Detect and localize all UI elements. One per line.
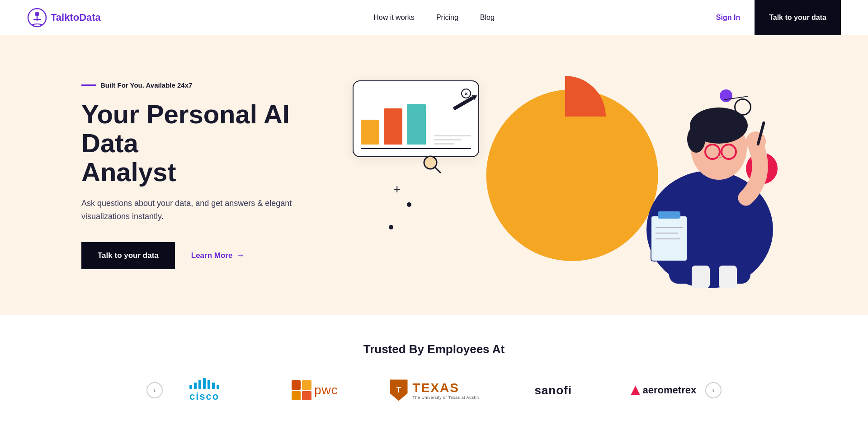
cisco-bar-7 bbox=[217, 385, 219, 389]
cisco-bar-5 bbox=[208, 380, 210, 389]
chart-title-bar: × bbox=[361, 89, 471, 98]
chart-line-3 bbox=[434, 143, 454, 145]
nav-blog[interactable]: Blog bbox=[480, 14, 495, 22]
trusted-logos: ‹ cisco bbox=[36, 378, 832, 402]
trusted-title: Trusted By Employees At bbox=[36, 342, 832, 356]
cisco-bar-2 bbox=[194, 383, 197, 389]
svg-text:T: T bbox=[396, 386, 401, 394]
logo-text: TalktoData bbox=[51, 12, 101, 23]
chart-bar-3 bbox=[407, 104, 425, 145]
navbar-cta-button[interactable]: Talk to your data bbox=[755, 0, 841, 35]
aerometrex-icon bbox=[631, 386, 640, 395]
pwc-sq-3 bbox=[292, 391, 301, 401]
orange-wedge bbox=[524, 76, 606, 157]
svg-point-16 bbox=[746, 131, 766, 151]
chart-bar-2 bbox=[384, 108, 402, 145]
hero-badge: Built For You. Available 24x7 bbox=[81, 81, 316, 89]
hero-content: Built For You. Available 24x7 Your Perso… bbox=[81, 81, 316, 269]
pwc-sq-4 bbox=[302, 391, 311, 401]
cisco-logo: cisco bbox=[168, 378, 241, 402]
chart-lines-group bbox=[430, 135, 471, 145]
logo-icon bbox=[27, 8, 47, 28]
svg-point-12 bbox=[687, 126, 705, 153]
aerometrex-logo: aerometrex bbox=[627, 384, 700, 396]
navbar: TalktoData How it works Pricing Blog Sig… bbox=[0, 0, 868, 35]
pwc-sq-1 bbox=[292, 380, 301, 390]
hero-description: Ask questions about your data, and get a… bbox=[81, 197, 298, 223]
cisco-bar-6 bbox=[212, 383, 215, 389]
pwc-sq-2 bbox=[302, 380, 311, 390]
signin-button[interactable]: Sign In bbox=[702, 14, 755, 22]
hero-actions: Talk to your data Learn More → bbox=[81, 242, 316, 269]
chart-line-2 bbox=[434, 139, 462, 140]
svg-rect-23 bbox=[692, 266, 710, 288]
sanofi-logo: sanofi bbox=[517, 383, 590, 397]
nav-how-it-works[interactable]: How it works bbox=[373, 14, 415, 22]
svg-line-7 bbox=[435, 167, 440, 173]
deco-circle-outline bbox=[734, 98, 751, 116]
deco-dot-1 bbox=[407, 202, 411, 207]
cisco-bar-4 bbox=[203, 378, 206, 389]
cisco-bar-3 bbox=[198, 380, 201, 389]
texas-sub-text: The University of Texas at Austin bbox=[413, 395, 479, 400]
carousel-next-button[interactable]: › bbox=[705, 382, 722, 398]
arrow-icon: → bbox=[236, 251, 244, 260]
hero-badge-line bbox=[81, 84, 96, 86]
hero-illustration: × bbox=[316, 62, 787, 288]
plus-icon: + bbox=[393, 182, 401, 196]
navbar-actions: Sign In Talk to your data bbox=[702, 0, 841, 35]
svg-point-1 bbox=[35, 12, 39, 16]
nav-pricing[interactable]: Pricing bbox=[436, 14, 458, 22]
pwc-logo: pwc bbox=[278, 380, 351, 400]
logo[interactable]: TalktoData bbox=[27, 8, 101, 28]
texas-shield-icon: T bbox=[389, 379, 408, 402]
aerometrex-text: aerometrex bbox=[643, 384, 697, 396]
pwc-text: pwc bbox=[314, 383, 338, 397]
texas-logo: T TEXAS The University of Texas at Austi… bbox=[389, 379, 479, 402]
hero-cta-button[interactable]: Talk to your data bbox=[81, 242, 175, 269]
svg-rect-19 bbox=[658, 211, 680, 219]
svg-rect-24 bbox=[719, 266, 737, 288]
trusted-logos-inner: cisco pwc bbox=[163, 378, 705, 402]
texas-main-text: TEXAS bbox=[413, 381, 459, 395]
chart-line-1 bbox=[434, 135, 471, 136]
cisco-text: cisco bbox=[189, 391, 219, 402]
hero-section: Built For You. Available 24x7 Your Perso… bbox=[0, 35, 868, 315]
hero-badge-text: Built For You. Available 24x7 bbox=[100, 81, 192, 89]
person-figure bbox=[624, 67, 787, 288]
hero-title: Your Personal AI Data Analyst bbox=[81, 100, 316, 186]
deco-purple-dot bbox=[720, 89, 732, 102]
learn-more-button[interactable]: Learn More → bbox=[191, 251, 245, 260]
chart-window: × bbox=[353, 80, 479, 157]
nav-links: How it works Pricing Blog bbox=[373, 14, 495, 22]
trusted-section: Trusted By Employees At ‹ cisco bbox=[0, 315, 868, 425]
magnify-icon bbox=[420, 153, 443, 177]
cisco-bar-1 bbox=[189, 385, 192, 389]
sanofi-text: sanofi bbox=[534, 383, 572, 397]
deco-dot-2 bbox=[389, 225, 393, 229]
chart-bar-1 bbox=[361, 120, 379, 145]
carousel-prev-button[interactable]: ‹ bbox=[146, 382, 163, 398]
chart-baseline bbox=[361, 148, 471, 149]
